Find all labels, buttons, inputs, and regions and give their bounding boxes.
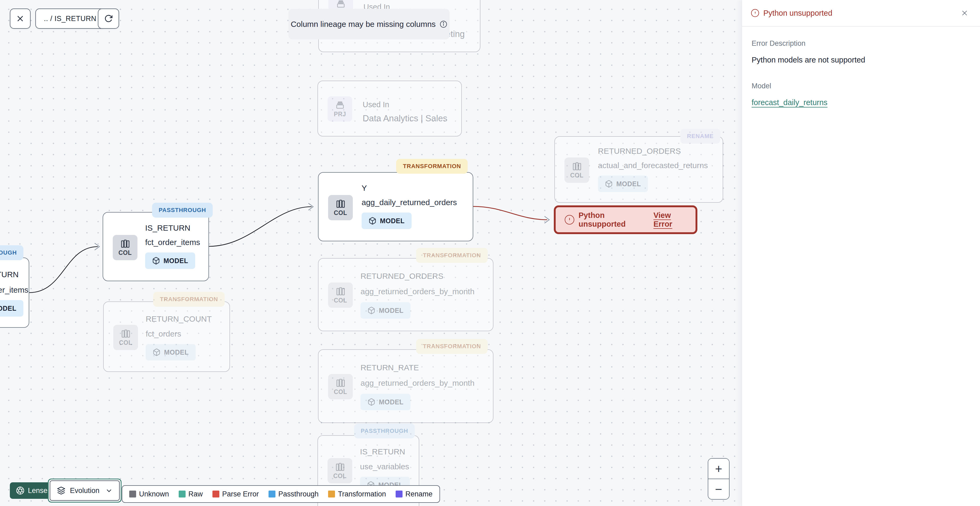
legend-label: Passthrough: [278, 490, 319, 498]
node-subtitle: Data Analytics | Sales: [363, 113, 447, 124]
node-title: RETURNED_ORDERS: [598, 146, 681, 156]
model-link[interactable]: forecast_daily_returns: [752, 98, 827, 107]
error-node-python-unsupported[interactable]: Python unsupported View Error: [554, 205, 697, 234]
legend-item-unknown: Unknown: [129, 490, 169, 498]
project-icon: [335, 100, 345, 110]
legend-swatch: [269, 490, 275, 498]
close-icon: [16, 14, 24, 23]
model-badge-label: MODEL: [164, 257, 188, 265]
node-subtitle: fct_order_items: [0, 285, 29, 295]
info-icon[interactable]: [439, 20, 447, 28]
view-error-link[interactable]: View Error: [654, 211, 686, 228]
alert-icon: [751, 9, 759, 17]
zoom-in-button[interactable]: +: [708, 459, 729, 479]
model-badge: MODEL: [0, 300, 23, 316]
evolution-label: Evolution: [70, 487, 99, 495]
model-badge-label: MODEL: [164, 348, 189, 356]
model-badge: MODEL: [361, 302, 410, 319]
legend-label: Rename: [406, 490, 433, 498]
node-badge-passthrough: PASSTHROUGH: [354, 423, 415, 439]
node-title: Y: [361, 183, 367, 193]
chevron-down-icon: [105, 487, 113, 494]
col-chip: COL: [113, 235, 137, 260]
layers-icon: [57, 486, 66, 495]
model-badge: MODEL: [361, 212, 412, 229]
error-details-panel: Python unsupported Error Description Pyt…: [742, 0, 980, 506]
panel-title: Python unsupported: [763, 9, 958, 18]
lineage-canvas[interactable]: PRJ Used In Data Analytics | Marketing P…: [0, 0, 742, 506]
model-badge-label: MODEL: [379, 307, 404, 314]
node-badge-transformation: TRANSFORMATION: [153, 292, 225, 307]
node-badge-transformation: TRANSFORMATION: [416, 248, 488, 263]
panel-header: Python unsupported: [742, 0, 980, 27]
column-icon: [336, 287, 346, 297]
zoom-out-button[interactable]: −: [708, 479, 729, 499]
lineage-warning-banner: Column lineage may be missing columns: [288, 9, 450, 39]
prj-chip: PRJ: [328, 96, 352, 121]
panel-close-icon[interactable]: [958, 8, 971, 18]
chip-label: COL: [334, 209, 347, 217]
node-title: RETURN_COUNT: [146, 314, 212, 324]
model-cube-icon: [369, 217, 377, 225]
node-return-rate[interactable]: TRANSFORMATION COL RETURN_RATE agg_retur…: [318, 349, 493, 423]
error-description-value: Python models are not supported: [752, 56, 970, 64]
node-fct-order-items[interactable]: PASSTHROUGH COL IS_RETURN fct_order_item…: [103, 212, 209, 281]
legend-swatch: [396, 490, 402, 498]
node-badge-transformation: TRANSFORMATION: [416, 339, 488, 354]
node-badge-passthrough: PASSTHROUGH: [152, 203, 213, 218]
node-returned-orders-by-month[interactable]: TRANSFORMATION COL RETURNED_ORDERS agg_r…: [318, 258, 493, 331]
legend-item-passthrough: Passthrough: [269, 490, 319, 498]
legend-swatch: [179, 490, 186, 498]
chip-label: PRJ: [334, 111, 346, 118]
node-subtitle: fct_order_items: [145, 237, 200, 248]
node-upstream-partial[interactable]: PASSTHROUGH IS_RETURN fct_order_items MO…: [0, 257, 29, 328]
node-title: IS_RETURN: [145, 223, 190, 233]
col-chip: COL: [328, 458, 352, 484]
model-cube-icon: [153, 348, 161, 356]
model-badge-label: MODEL: [0, 305, 16, 312]
node-subtitle: actual_and_forecasted_returns: [598, 160, 708, 171]
breadcrumb[interactable]: .. / IS_RETURN: [35, 8, 105, 29]
node-subtitle: fct_orders: [146, 329, 181, 339]
column-icon: [336, 199, 346, 209]
edge-passthrough-to-transformation: [209, 207, 312, 246]
chip-label: COL: [334, 388, 347, 396]
model-badge: MODEL: [145, 252, 195, 269]
node-subtitle: agg_returned_orders_by_month: [361, 378, 474, 388]
model-cube-icon: [368, 398, 375, 406]
lens-legend: Unknown Raw Parse Error Passthrough Tran…: [122, 485, 440, 503]
column-icon: [335, 462, 345, 472]
model-badge-label: MODEL: [380, 217, 405, 225]
node-badge-rename: RENAME: [680, 129, 720, 144]
refresh-button[interactable]: [98, 8, 119, 29]
chip-label: COL: [570, 172, 583, 179]
close-lineage-button[interactable]: [10, 8, 30, 29]
evolution-lens-dropdown[interactable]: Evolution: [48, 479, 121, 503]
model-cube-icon: [605, 180, 613, 188]
refresh-icon: [104, 14, 113, 23]
legend-swatch: [129, 490, 136, 498]
model-badge: MODEL: [598, 176, 648, 192]
node-badge-passthrough: PASSTHROUGH: [0, 245, 23, 260]
model-badge-label: MODEL: [616, 180, 641, 188]
edge-arrowhead: [95, 243, 99, 250]
node-agg-daily-returned-orders[interactable]: TRANSFORMATION COL Y agg_daily_returned_…: [318, 172, 473, 241]
node-title: IS_RETURN: [360, 446, 405, 457]
node-subtitle: agg_returned_orders_by_month: [361, 286, 474, 297]
node-title: RETURNED_ORDERS: [361, 271, 444, 281]
error-node-label: Python unsupported: [579, 211, 643, 228]
canvas-zoom-controls: + −: [708, 458, 730, 500]
node-used-in-sales[interactable]: PRJ Used In Data Analytics | Sales: [317, 81, 462, 136]
column-icon: [336, 378, 346, 388]
node-return-count[interactable]: TRANSFORMATION COL RETURN_COUNT fct_orde…: [103, 302, 230, 372]
edge-arrowhead: [544, 216, 549, 223]
legend-item-rename: Rename: [396, 490, 433, 498]
col-chip: COL: [328, 283, 353, 308]
node-returned-orders-rename[interactable]: RENAME COL RETURNED_ORDERS actual_and_fo…: [554, 136, 723, 203]
col-chip: COL: [565, 158, 589, 183]
chip-label: COL: [118, 249, 132, 257]
model-cube-icon: [368, 306, 375, 314]
chip-label: COL: [333, 472, 347, 480]
chip-label: COL: [119, 339, 132, 346]
aperture-icon: [16, 486, 25, 495]
